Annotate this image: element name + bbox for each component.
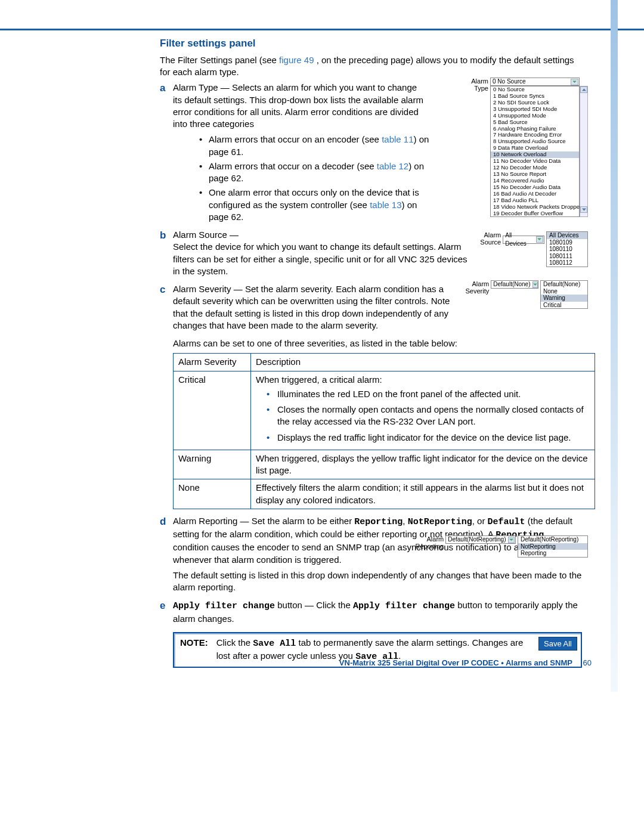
alarm-severity-closed[interactable]: Default(None) [491, 280, 538, 289]
dash: — [227, 230, 239, 240]
item-c-body: Alarm Severity — Set the alarm severity.… [173, 283, 465, 332]
t: When triggered, a critical alarm: [256, 374, 382, 385]
dropdown-option[interactable]: None [541, 288, 587, 295]
dropdown-option[interactable]: NotReporting [518, 543, 587, 550]
item-e-body: Apply filter change button — Click the A… [173, 599, 582, 625]
t: Alarm errors that occur on a decoder (se… [209, 161, 377, 171]
li: Displays the red traffic light indicator… [267, 432, 590, 444]
cell-name: Critical [174, 371, 251, 450]
chevron-down-icon[interactable] [536, 236, 544, 243]
link-table12[interactable]: table 12 [377, 161, 408, 171]
cell-desc: Effectively filters the alarm condition;… [251, 479, 595, 509]
mono: Save All [253, 639, 296, 649]
dropdown-option[interactable]: 1080112 [547, 259, 587, 267]
severity-intro: Alarms can be set to one of three severi… [173, 337, 582, 349]
dropdown-option[interactable]: 17 Bad Audio PLL [491, 197, 579, 204]
t: Click the [216, 637, 253, 648]
alarm-reporting-closed-text: Default(NotReporting) [447, 535, 508, 544]
section-heading: Filter settings panel [160, 37, 582, 51]
alarm-severity-closed-text: Default(None) [492, 280, 532, 289]
alarm-source-label: Alarm Source [477, 231, 501, 246]
scrollbar[interactable] [580, 86, 588, 217]
t: button — Click the [275, 600, 353, 610]
t: , or [472, 516, 488, 526]
t: Set the alarm to be either [252, 516, 355, 526]
bullet-a-1: Alarm errors that occur on an encoder (s… [199, 134, 438, 158]
t: , [402, 516, 407, 526]
li: Illuminates the red LED on the front pan… [267, 388, 590, 400]
alarm-severity-list[interactable]: Default(None)NoneWarningCritical [540, 280, 588, 309]
intro-paragraph: The Filter Settings panel (see figure 49… [160, 54, 582, 79]
dash: — [218, 82, 232, 92]
alarm-type-closed[interactable]: 0 No Source [490, 78, 580, 86]
cell-desc: When triggered, displays the yellow traf… [251, 450, 595, 479]
dash: — [237, 516, 251, 526]
table-row: Alarm Severity Description [174, 354, 595, 371]
li: Closes the normally open contacts and op… [267, 404, 590, 428]
alarm-reporting-closed[interactable]: Default(NotReporting) [445, 535, 516, 544]
letter-d: d [160, 515, 173, 597]
item-d-after: The default setting is listed in this dr… [173, 569, 582, 594]
item-a-bullets: Alarm errors that occur on an encoder (s… [199, 134, 438, 223]
dropdown-option[interactable]: 19 Decoder Buffer Overflow [491, 210, 579, 217]
dropdown-option[interactable]: Reporting [518, 550, 587, 557]
alarm-type-list[interactable]: 0 No Source1 Bad Source Syncs2 No SDI So… [490, 86, 580, 217]
mono: Apply filter change [173, 601, 275, 611]
dropdown-option[interactable]: Default(None) [541, 281, 587, 288]
bullet-a-2: Alarm errors that occur on a decoder (se… [199, 160, 438, 185]
alarm-source-list[interactable]: All Devices1080109108011010801111080112 [546, 231, 588, 267]
alarm-reporting-dropdown: Alarm Reporting Default(NotReporting) De… [414, 535, 588, 558]
alarm-type-label: Alarm Type [468, 78, 488, 92]
link-table13[interactable]: table 13 [370, 200, 401, 210]
item-b-label: Alarm Source [173, 230, 227, 240]
alarm-severity-dropdown: Alarm Severity Default(None) Default(Non… [464, 280, 588, 309]
item-a-label: Alarm Type [173, 82, 218, 92]
alarm-source-closed[interactable]: All Devices [503, 236, 544, 244]
dropdown-option[interactable]: 18 Video Network Packets Dropped [491, 204, 579, 210]
intro-pre: The Filter Settings panel (see [160, 55, 279, 65]
table-row: Warning When triggered, displays the yel… [174, 450, 595, 479]
footer-title: VN-Matrix 325 Serial Digital Over IP COD… [339, 658, 572, 667]
chevron-down-icon[interactable] [508, 537, 515, 543]
dropdown-option[interactable]: 4 Unsupported Mode [491, 113, 579, 119]
chevron-down-icon[interactable] [532, 281, 538, 288]
dropdown-option[interactable]: 5 Bad Source [491, 119, 579, 126]
item-e: e Apply filter change button — Click the… [160, 599, 582, 628]
mono: Apply filter change [353, 601, 455, 611]
mono: Reporting [354, 517, 402, 527]
dropdown-option[interactable]: All Devices [547, 232, 587, 239]
cell-name: Warning [174, 450, 251, 479]
dropdown-option[interactable]: 1080111 [547, 253, 587, 260]
mono: NotReporting [408, 517, 472, 527]
intro-link[interactable]: figure 49 [279, 55, 314, 65]
chevron-down-icon[interactable] [571, 79, 578, 85]
link-table11[interactable]: table 11 [382, 134, 413, 144]
item-b-text: Select the device for which you want to … [173, 241, 467, 276]
cell-name: None [174, 479, 251, 509]
scroll-up-icon[interactable] [580, 86, 587, 93]
footer-page: 60 [583, 658, 592, 667]
alarm-type-closed-text: 0 No Source [491, 78, 528, 86]
item-d-label: Alarm Reporting [173, 516, 237, 526]
alarm-reporting-list[interactable]: Default(NotReporting)NotReportingReporti… [518, 535, 588, 558]
alarm-severity-table: Alarm Severity Description Critical When… [173, 353, 595, 509]
item-b-body: Alarm Source — Select the device for whi… [173, 229, 471, 277]
save-all-tab[interactable]: Save All [538, 637, 577, 651]
cell-desc: When triggered, a critical alarm: Illumi… [251, 371, 595, 450]
alarm-severity-label: Alarm Severity [464, 280, 489, 295]
dropdown-option[interactable]: 1080109 [547, 239, 587, 246]
dropdown-option[interactable]: Default(NotReporting) [518, 536, 587, 543]
dropdown-option[interactable]: Critical [541, 302, 587, 309]
alarm-reporting-label: Alarm Reporting [414, 535, 444, 550]
t: Alarm errors that occur on an encoder (s… [209, 134, 382, 144]
dropdown-option[interactable]: 1080110 [547, 246, 587, 253]
letter-e: e [160, 599, 173, 628]
alarm-type-dropdown: Alarm Type 0 No Source 0 No Source1 Bad … [468, 78, 588, 217]
page-footer: VN-Matrix 325 Serial Digital Over IP COD… [339, 658, 592, 668]
letter-b: b [160, 229, 173, 281]
letter-c: c [160, 283, 173, 335]
dropdown-option[interactable]: Warning [541, 295, 587, 302]
letter-a: a [160, 82, 173, 227]
mono: Default [488, 517, 525, 527]
scroll-down-icon[interactable] [580, 206, 587, 213]
